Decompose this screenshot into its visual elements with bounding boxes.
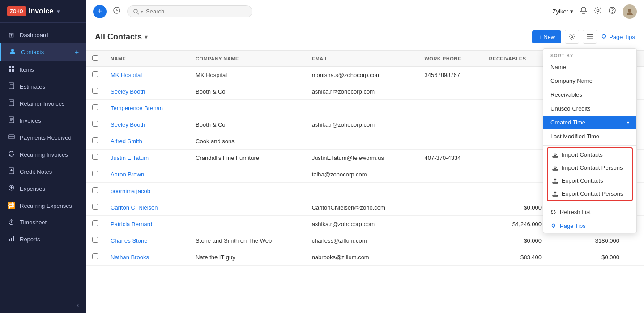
contact-name-6[interactable]: Aaron Brown <box>104 166 189 183</box>
contact-name-link-1[interactable]: Seeley Booth <box>111 88 145 95</box>
contact-name-5[interactable]: Justin E Tatum <box>104 150 189 166</box>
sidebar-item-credit-notes[interactable]: Credit Notes <box>0 163 86 180</box>
refresh-list-button[interactable]: Refresh List <box>543 205 636 219</box>
help-icon[interactable] <box>608 6 616 17</box>
sort-item-last-modified-time[interactable]: Last Modified Time <box>543 129 636 143</box>
row-checkbox-8[interactable] <box>86 199 104 216</box>
import-contacts-button[interactable]: Import Contacts <box>548 148 632 161</box>
contact-name-10[interactable]: Charles Stone <box>104 232 189 249</box>
user-name[interactable]: Zylker ▾ <box>553 8 573 15</box>
page-title: All Contacts <box>95 32 142 42</box>
sidebar-item-contacts[interactable]: Contacts + <box>0 43 86 61</box>
sidebar-item-dashboard[interactable]: ⊞ Dashboard <box>0 26 86 43</box>
row-checkbox-9[interactable] <box>86 216 104 232</box>
contact-name-link-7[interactable]: poornima jacob <box>111 188 150 194</box>
contact-receivables-5 <box>483 150 548 166</box>
sidebar-item-timesheet[interactable]: ⏱ Timesheet <box>0 214 86 231</box>
export-contacts-button[interactable]: Export Contacts <box>548 174 632 187</box>
notifications-icon[interactable] <box>580 6 588 17</box>
row-checkbox-4[interactable] <box>86 133 104 150</box>
row-checkbox-3[interactable] <box>86 116 104 133</box>
history-icon[interactable] <box>111 4 123 18</box>
page-title-chevron-icon[interactable]: ▾ <box>145 34 148 40</box>
sort-item-unused-credits[interactable]: Unused Credits <box>543 102 636 116</box>
contact-name-link-3[interactable]: Seeley Booth <box>111 121 145 128</box>
global-add-button[interactable]: + <box>93 5 107 18</box>
contact-name-link-11[interactable]: Nathan Brooks <box>111 254 149 261</box>
contact-name-0[interactable]: MK Hospital <box>104 67 189 83</box>
row-select-0[interactable] <box>92 71 98 77</box>
search-input[interactable] <box>146 8 235 15</box>
dropdown-page-tips-button[interactable]: Page Tips <box>543 219 636 233</box>
user-avatar[interactable] <box>623 4 637 19</box>
sidebar-item-invoices[interactable]: Invoices <box>0 112 86 129</box>
row-checkbox-2[interactable] <box>86 100 104 116</box>
contact-name-9[interactable]: Patricia Bernard <box>104 216 189 232</box>
select-all-checkbox-header[interactable] <box>86 51 104 67</box>
contact-name-link-0[interactable]: MK Hospital <box>111 72 142 78</box>
row-select-3[interactable] <box>92 121 98 127</box>
sort-item-company-name[interactable]: Company Name <box>543 74 636 88</box>
row-select-1[interactable] <box>92 88 98 94</box>
page-actions: + New Page Tips <box>532 30 635 44</box>
import-contact-persons-button[interactable]: Import Contact Persons <box>548 161 632 174</box>
contact-name-link-8[interactable]: Carlton C. Nielsen <box>111 204 158 211</box>
new-contact-button[interactable]: + New <box>532 30 561 43</box>
contact-name-4[interactable]: Alfred Smith <box>104 133 189 150</box>
row-select-8[interactable] <box>92 204 98 210</box>
search-bar[interactable]: ▾ <box>127 5 252 17</box>
sidebar-item-estimates[interactable]: Estimates <box>0 78 86 95</box>
refresh-icon <box>550 209 556 215</box>
contact-name-2[interactable]: Temperence Brenan <box>104 100 189 116</box>
contact-name-8[interactable]: Carlton C. Nielsen <box>104 199 189 216</box>
sidebar-item-recurring-expenses[interactable]: 🔁 Recurring Expenses <box>0 197 86 214</box>
row-select-6[interactable] <box>92 171 98 176</box>
sort-item-name[interactable]: Name <box>543 60 636 74</box>
row-checkbox-10[interactable] <box>86 232 104 249</box>
row-checkbox-11[interactable] <box>86 249 104 266</box>
sidebar-collapse-button[interactable]: ‹ <box>77 302 79 309</box>
sort-item-created-time[interactable]: Created Time ▾ <box>543 116 636 129</box>
sidebar-item-recurring-invoices[interactable]: Recurring Invoices <box>0 146 86 163</box>
page-tips-icon <box>550 223 556 229</box>
row-checkbox-1[interactable] <box>86 83 104 100</box>
contact-name-link-5[interactable]: Justin E Tatum <box>111 154 149 161</box>
sidebar-item-items[interactable]: Items <box>0 61 86 78</box>
row-checkbox-6[interactable] <box>86 166 104 183</box>
contact-name-link-10[interactable]: Charles Stone <box>111 237 147 244</box>
row-select-11[interactable] <box>92 253 98 259</box>
menu-button[interactable] <box>583 30 597 44</box>
row-select-10[interactable] <box>92 237 98 243</box>
contact-name-7[interactable]: poornima jacob <box>104 183 189 199</box>
row-select-4[interactable] <box>92 137 98 143</box>
import-contacts-label: Import Contacts <box>562 151 603 158</box>
contacts-add-icon[interactable]: + <box>75 48 79 56</box>
refresh-list-label: Refresh List <box>560 209 591 215</box>
table-settings-button[interactable] <box>565 30 579 44</box>
sidebar-item-payments-received[interactable]: Payments Received <box>0 129 86 146</box>
contact-name-link-2[interactable]: Temperence Brenan <box>111 105 163 111</box>
contact-name-3[interactable]: Seeley Booth <box>104 116 189 133</box>
row-checkbox-0[interactable] <box>86 67 104 83</box>
row-select-5[interactable] <box>92 154 98 160</box>
row-checkbox-7[interactable] <box>86 183 104 199</box>
sort-item-receivables[interactable]: Receivables <box>543 88 636 102</box>
row-select-9[interactable] <box>92 220 98 226</box>
contact-name-link-4[interactable]: Alfred Smith <box>111 138 142 145</box>
row-checkbox-5[interactable] <box>86 150 104 166</box>
page-tips-button[interactable]: Page Tips <box>601 34 635 40</box>
sidebar-item-reports[interactable]: Reports <box>0 231 86 248</box>
export-contact-persons-button[interactable]: Export Contact Persons <box>548 187 632 200</box>
row-select-2[interactable] <box>92 104 98 110</box>
select-all-checkbox[interactable] <box>92 55 98 61</box>
contact-name-1[interactable]: Seeley Booth <box>104 83 189 100</box>
sidebar-item-retainer-invoices[interactable]: Retainer Invoices <box>0 95 86 112</box>
row-select-7[interactable] <box>92 187 98 193</box>
items-icon <box>7 65 15 73</box>
contact-name-link-9[interactable]: Patricia Bernard <box>111 221 152 227</box>
settings-icon[interactable] <box>594 6 602 17</box>
contact-name-link-6[interactable]: Aaron Brown <box>111 171 144 178</box>
app-logo[interactable]: ZOHO Invoice ▾ <box>0 0 86 23</box>
contact-name-11[interactable]: Nathan Brooks <box>104 249 189 266</box>
sidebar-item-expenses[interactable]: Expenses <box>0 180 86 197</box>
